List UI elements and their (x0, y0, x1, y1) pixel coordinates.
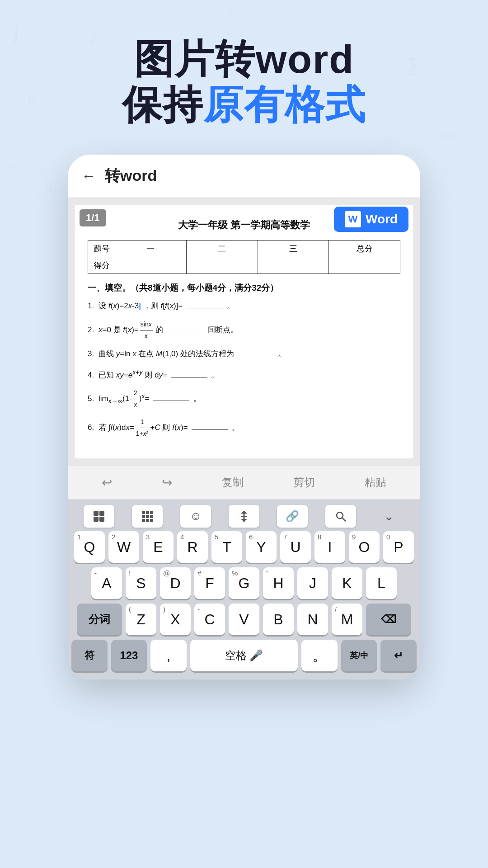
back-button[interactable]: ← (81, 168, 96, 184)
key-U[interactable]: 7U (280, 531, 311, 563)
header-line2: 保持原有格式 (27, 82, 461, 127)
svg-rect-11 (146, 519, 149, 522)
key-T[interactable]: 5T (211, 531, 242, 563)
document-area: 1/1 W Word 大学一年级 第一学期高等数学 题号 一 二 三 总分 (68, 198, 420, 466)
key-Z[interactable]: (Z (126, 604, 156, 635)
phone-mockup: ← 转word 1/1 W Word 大学一年级 第一学期高等数学 题号 一 二… (68, 155, 420, 679)
key-J[interactable]: J (297, 567, 328, 599)
svg-rect-5 (146, 511, 149, 514)
edit-toolbar: ↩ ↪ 复制 剪切 粘贴 (68, 466, 420, 500)
paste-button[interactable]: 粘贴 (360, 473, 391, 491)
svg-point-17 (337, 512, 343, 519)
key-Y[interactable]: 6Y (246, 531, 277, 563)
key-B[interactable]: B (263, 604, 294, 635)
math-problems: 1. 设 f(x)=2x-3| ，则 f[f(x)]= 。 2. x=0 是 f… (88, 299, 400, 439)
svg-rect-3 (99, 517, 104, 522)
key-Q[interactable]: 1Q (74, 531, 105, 563)
key-W[interactable]: 2W (108, 531, 139, 563)
svg-line-18 (342, 518, 346, 521)
svg-rect-1 (99, 511, 104, 516)
app-title: 转word (105, 165, 157, 186)
kb-chevron-button[interactable]: ⌄ (373, 505, 404, 528)
kb-link-button[interactable]: 🔗 (277, 505, 308, 528)
table-header-num: 题号 (88, 241, 115, 257)
key-backspace[interactable]: ⌫ (366, 604, 411, 635)
promo-header: 图片转word 保持原有格式 (0, 0, 488, 146)
key-space[interactable]: 空格 🎤 (190, 640, 298, 671)
svg-rect-12 (150, 519, 153, 522)
kb-grid4-button[interactable] (84, 505, 114, 528)
redo-button[interactable]: ↪ (157, 473, 177, 492)
score-table: 题号 一 二 三 总分 得分 (88, 240, 400, 274)
key-E[interactable]: 3E (143, 531, 174, 563)
undo-button[interactable]: ↩ (97, 473, 117, 492)
key-I[interactable]: 8I (314, 531, 345, 563)
key-L[interactable]: L (366, 567, 397, 599)
word-export-button[interactable]: W Word (334, 207, 408, 232)
key-lang[interactable]: 英/中 (341, 640, 377, 671)
key-D[interactable]: @D (160, 567, 191, 599)
keyboard-row-1: 1Q 2W 3E 4R 5T 6Y 7U 8I 9O 0P (71, 531, 417, 563)
svg-rect-10 (142, 519, 145, 522)
keyboard-toolbar: ☺ 🔗 ⌄ (68, 500, 420, 531)
svg-marker-16 (241, 519, 247, 522)
key-period[interactable]: 。 (301, 640, 338, 671)
header-highlight: 原有格式 (203, 82, 366, 127)
key-X[interactable]: )X (160, 604, 191, 635)
key-fenci[interactable]: 分词 (77, 604, 122, 635)
page-badge: 1/1 (80, 209, 106, 226)
table-label-score: 得分 (88, 257, 115, 274)
key-G[interactable]: %G (229, 567, 259, 599)
svg-rect-7 (142, 515, 145, 518)
key-123[interactable]: 123 (111, 640, 147, 671)
keyboard-row-4: 符 123 , 空格 🎤 。 英/中 ↵ (71, 640, 417, 671)
key-F[interactable]: #F (194, 567, 225, 599)
key-S[interactable]: !S (126, 567, 156, 599)
svg-rect-2 (94, 517, 99, 522)
copy-button[interactable]: 复制 (217, 473, 248, 491)
section-title: 一、填空。（共8道小题，每小题4分，满分32分） (88, 282, 400, 294)
word-button-label: Word (366, 212, 398, 226)
table-header-1: 一 (115, 241, 187, 257)
cut-button[interactable]: 剪切 (289, 473, 319, 491)
problem-4: 4. 已知 xy=ex+y 则 dy= 。 (88, 367, 400, 382)
key-O[interactable]: 9O (349, 531, 380, 563)
app-header: ← 转word (68, 155, 420, 198)
table-header-3: 三 (258, 241, 329, 257)
problem-1: 1. 设 f(x)=2x-3| ，则 f[f(x)]= 。 (88, 299, 400, 313)
kb-cursor-button[interactable] (229, 505, 259, 528)
keyboard: ☺ 🔗 ⌄ 1Q 2W 3E 4R 5T 6Y (68, 500, 420, 679)
key-P[interactable]: 0P (383, 531, 414, 563)
svg-rect-6 (150, 511, 153, 514)
key-H[interactable]: "H (263, 567, 294, 599)
keyboard-rows: 1Q 2W 3E 4R 5T 6Y 7U 8I 9O 0P -A !S @D #… (68, 531, 420, 679)
table-header-total: 总分 (329, 241, 400, 257)
svg-rect-8 (146, 515, 149, 518)
key-comma[interactable]: , (150, 640, 187, 671)
svg-marker-15 (241, 511, 247, 514)
svg-rect-0 (94, 511, 99, 516)
key-N[interactable]: N (297, 604, 328, 635)
keyboard-row-3: 分词 (Z )X -C V B N /M ⌫ (71, 604, 417, 635)
problem-3: 3. 曲线 y=ln x 在点 M(1,0) 处的法线方程为 。 (88, 347, 400, 361)
kb-search-button[interactable] (325, 505, 356, 528)
table-score-total (329, 257, 400, 274)
keyboard-row-2: -A !S @D #F %G "H J K L (71, 567, 417, 599)
key-M[interactable]: /M (332, 604, 362, 635)
key-V[interactable]: V (229, 604, 259, 635)
key-symbol[interactable]: 符 (71, 640, 108, 671)
svg-rect-9 (150, 515, 153, 518)
key-R[interactable]: 4R (177, 531, 208, 563)
svg-rect-4 (142, 511, 145, 514)
table-score-2 (186, 257, 258, 274)
kb-emoji-button[interactable]: ☺ (180, 505, 211, 528)
word-icon: W (345, 211, 361, 227)
header-prefix: 保持 (122, 82, 203, 127)
problem-6: 6. 若 ∫f(x)dx=11+x²+C 则 f(x)= 。 (88, 416, 400, 439)
kb-grid9-button[interactable] (132, 505, 163, 528)
key-K[interactable]: K (332, 567, 362, 599)
key-enter[interactable]: ↵ (380, 640, 417, 671)
document-page: 大学一年级 第一学期高等数学 题号 一 二 三 总分 得分 (75, 205, 413, 458)
key-C[interactable]: -C (194, 604, 225, 635)
key-A[interactable]: -A (91, 567, 122, 599)
